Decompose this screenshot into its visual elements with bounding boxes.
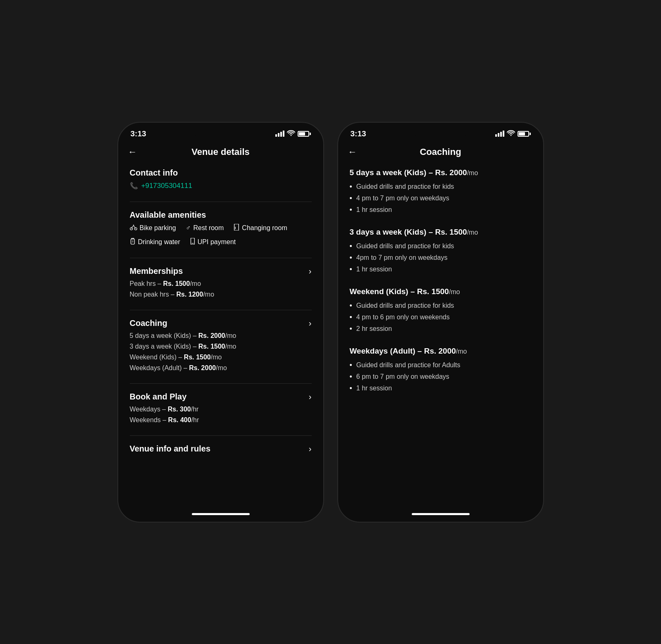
amenities-grid: Bike parking ♂ Rest room Changing room — [130, 224, 312, 246]
memberships-section: Memberships › Peak hrs – Rs. 1500/mo Non… — [130, 266, 312, 298]
coaching-plan-bullets-1: Guided drills and practice for kids 4 pm… — [350, 183, 532, 214]
status-icons-1 — [275, 130, 311, 138]
back-button-1[interactable]: ← — [128, 147, 137, 157]
amenities-section: Available amenities Bike parking — [130, 210, 312, 246]
coaching-title: Coaching — [130, 318, 167, 328]
notch — [192, 123, 250, 138]
memberships-chevron[interactable]: › — [309, 266, 312, 276]
divider-2 — [130, 258, 312, 258]
svg-rect-9 — [191, 243, 193, 243]
book-play-plan-1: Weekdays – Rs. 300/hr — [130, 406, 312, 413]
bullet-item: 1 hr session — [350, 206, 532, 214]
phone-icon: 📞 — [130, 182, 138, 190]
home-indicator-2 — [412, 513, 470, 515]
coaching-plan-title-1: 5 days a week (Kids) – Rs. 2000/mo — [350, 168, 532, 177]
svg-rect-3 — [234, 224, 239, 231]
bullet-item: Guided drills and practice for kids — [350, 302, 532, 310]
divider-5 — [130, 435, 312, 436]
divider-1 — [130, 202, 312, 202]
amenities-header: Available amenities — [130, 210, 312, 220]
notch-2 — [412, 123, 470, 138]
svg-rect-5 — [131, 239, 134, 244]
battery-icon-2 — [518, 131, 531, 137]
phone-screen-2: 3:13 ← Coaching 5 days a week (Kids) — [337, 122, 544, 523]
back-button-2[interactable]: ← — [348, 147, 357, 157]
bike-icon — [130, 224, 137, 232]
amenities-title: Available amenities — [130, 210, 206, 220]
bullet-item: 1 hr session — [350, 385, 532, 393]
restroom-icon: ♂ — [186, 224, 191, 232]
book-play-title: Book and Play — [130, 392, 187, 402]
venue-info-title: Venue info and rules — [130, 444, 211, 454]
screen2-title: Coaching — [420, 147, 461, 157]
phone-screen-1: 3:13 ← Venue details Contact info — [117, 122, 324, 523]
book-play-section: Book and Play › Weekdays – Rs. 300/hr We… — [130, 392, 312, 424]
coaching-detail-plan-4: Weekdays (Adult) – Rs. 2000/mo Guided dr… — [350, 347, 532, 393]
amenity-bike-parking: Bike parking — [130, 224, 176, 232]
screen2-header: ← Coaching — [338, 142, 543, 164]
coaching-plan-bullets-4: Guided drills and practice for Adults 6 … — [350, 361, 532, 393]
changing-room-icon — [234, 224, 239, 232]
book-play-chevron[interactable]: › — [309, 392, 312, 402]
bullet-item: Guided drills and practice for Adults — [350, 361, 532, 370]
amenity-bike-label: Bike parking — [140, 224, 176, 232]
screen1-content: Contact info 📞 +917305304111 Available a… — [118, 164, 323, 509]
coaching-plan-2: 3 days a week (Kids) – Rs. 1500/mo — [130, 343, 312, 350]
signal-icon-2 — [495, 131, 504, 137]
contact-header: Contact info — [130, 168, 312, 178]
time-1: 3:13 — [131, 129, 146, 138]
bullet-item: 4pm to 7 pm only on weekdays — [350, 254, 532, 262]
book-play-plan-2: Weekends – Rs. 400/hr — [130, 416, 312, 424]
coaching-plan-3: Weekend (Kids) – Rs. 1500/mo — [130, 354, 312, 361]
venue-info-header: Venue info and rules › — [130, 444, 312, 454]
status-icons-2 — [495, 130, 531, 138]
bullet-item: 4 pm to 6 pm only on weekends — [350, 314, 532, 322]
divider-4 — [130, 383, 312, 384]
home-indicator-1 — [192, 513, 250, 515]
coaching-plan-title-4: Weekdays (Adult) – Rs. 2000/mo — [350, 347, 532, 356]
upi-icon — [190, 238, 195, 246]
bullet-item: 1 hr session — [350, 266, 532, 274]
membership-plan-2: Non peak hrs – Rs. 1200/mo — [130, 291, 312, 298]
phone-number[interactable]: 📞 +917305304111 — [130, 182, 312, 190]
signal-icon — [275, 131, 284, 137]
amenity-restroom-label: Rest room — [193, 224, 224, 232]
venue-info-chevron[interactable]: › — [309, 444, 312, 454]
coaching-detail-plan-1: 5 days a week (Kids) – Rs. 2000/mo Guide… — [350, 168, 532, 214]
memberships-title: Memberships — [130, 266, 183, 276]
wifi-icon-2 — [507, 130, 515, 138]
coaching-plan-1: 5 days a week (Kids) – Rs. 2000/mo — [130, 332, 312, 340]
amenity-restroom: ♂ Rest room — [186, 224, 224, 232]
memberships-header: Memberships › — [130, 266, 312, 276]
coaching-plan-title-2: 3 days a week (Kids) – Rs. 1500/mo — [350, 228, 532, 237]
amenity-upi-label: UPI payment — [198, 238, 236, 246]
coaching-plan-title-3: Weekend (Kids) – Rs. 1500/mo — [350, 287, 532, 296]
screen1-title: Venue details — [191, 147, 250, 157]
coaching-plan-bullets-2: Guided drills and practice for kids 4pm … — [350, 242, 532, 274]
amenity-upi: UPI payment — [190, 238, 236, 246]
contact-section: Contact info 📞 +917305304111 — [130, 168, 312, 190]
coaching-header: Coaching › — [130, 318, 312, 328]
coaching-plan-bullets-3: Guided drills and practice for kids 4 pm… — [350, 302, 532, 333]
venue-info-section: Venue info and rules › — [130, 444, 312, 454]
screen2-content: 5 days a week (Kids) – Rs. 2000/mo Guide… — [338, 164, 543, 509]
contact-title: Contact info — [130, 168, 178, 178]
water-icon — [130, 238, 136, 246]
amenity-water: Drinking water — [130, 238, 180, 246]
amenity-changing-room: Changing room — [234, 224, 287, 232]
svg-point-2 — [133, 225, 134, 226]
screen1-header: ← Venue details — [118, 142, 323, 164]
battery-icon — [298, 131, 311, 137]
amenity-water-label: Drinking water — [138, 238, 180, 246]
divider-3 — [130, 310, 312, 310]
bullet-item: 4 pm to 7 pm only on weekdays — [350, 195, 532, 203]
coaching-detail-plan-3: Weekend (Kids) – Rs. 1500/mo Guided dril… — [350, 287, 532, 333]
coaching-detail-plan-2: 3 days a week (Kids) – Rs. 1500/mo Guide… — [350, 228, 532, 274]
membership-plan-1: Peak hrs – Rs. 1500/mo — [130, 280, 312, 288]
coaching-plan-4: Weekdays (Adult) – Rs. 2000/mo — [130, 364, 312, 372]
coaching-chevron[interactable]: › — [309, 318, 312, 328]
bullet-item: Guided drills and practice for kids — [350, 183, 532, 191]
book-play-header: Book and Play › — [130, 392, 312, 402]
wifi-icon — [287, 130, 295, 138]
coaching-section: Coaching › 5 days a week (Kids) – Rs. 20… — [130, 318, 312, 372]
